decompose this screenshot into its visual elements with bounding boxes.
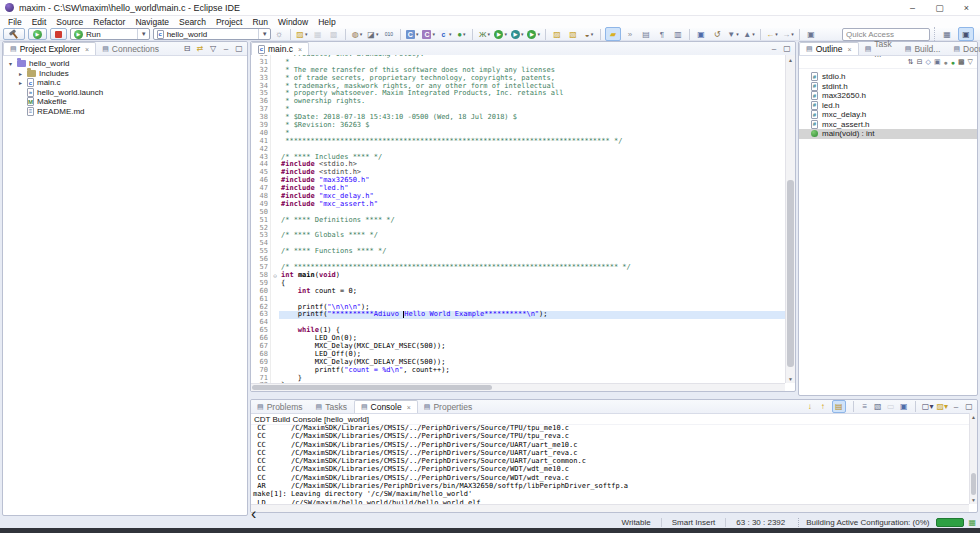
code-editor[interactable]: 30 * Products, Inc. Branding Policy.31 *… [251, 55, 785, 383]
mark-occurrences-icon[interactable]: ▰ [605, 27, 621, 41]
minimize-panel-icon[interactable]: – [221, 43, 231, 54]
hide-fields-icon[interactable]: ◇ [926, 58, 931, 66]
display-selected-console-icon[interactable]: ▢▾ [922, 401, 934, 412]
code-line[interactable]: 36 * ownership rights. [251, 98, 785, 106]
launch-config-combo[interactable]: c hello_world ▼ [153, 28, 271, 40]
pe-tab-project-explorer[interactable]: ▤Project Explorer× [3, 42, 96, 55]
pe-tab-connections[interactable]: ▤Connections [96, 42, 166, 55]
outline-tab-task-[interactable]: ▤Task ... [859, 42, 899, 55]
minimize-button[interactable]: – [899, 0, 926, 15]
link-with-editor-icon[interactable]: ⇄ [195, 43, 205, 54]
skip-breakpoints-icon[interactable]: ◍▾ [350, 28, 364, 40]
console-tab-console[interactable]: ▤Console× [354, 400, 418, 413]
view-menu-icon[interactable]: ▽ [208, 43, 218, 54]
code-line[interactable]: 71 } [251, 375, 785, 383]
code-line[interactable]: 63 printf("**********Adiuvo Hello World … [251, 311, 785, 319]
c-cpp-perspective-button[interactable]: ▣ [958, 27, 974, 41]
close-button[interactable]: × [953, 0, 980, 15]
new-c-file-icon[interactable]: c▾ [438, 28, 453, 40]
outline-item-main-void-int[interactable]: main(void) : int [799, 129, 977, 139]
word-wrap-icon[interactable]: ≡ [860, 401, 870, 412]
close-icon[interactable]: × [298, 46, 302, 53]
scroll-up-icon[interactable]: ▲ [970, 413, 977, 421]
console-horizontal-scrollbar[interactable]: ‹ › [251, 504, 969, 512]
open-console-icon[interactable]: ▨▾ [936, 401, 948, 412]
next-annotation-icon[interactable]: ▼▾ [726, 28, 740, 40]
show-whitespace-icon[interactable]: ¶ [655, 28, 669, 40]
tree-item-includes[interactable]: ▸Includes [3, 69, 247, 79]
maximize-panel-icon[interactable]: ▢ [782, 43, 792, 54]
progress-view-icon[interactable]: ▦ [968, 518, 976, 527]
open-type-icon[interactable]: ▨ [550, 28, 564, 40]
remove-launch-icon[interactable]: ▭ [886, 401, 896, 412]
next-error-icon[interactable]: ↓ [805, 401, 815, 412]
build-all-icon[interactable]: 010 [382, 28, 396, 40]
outline-item-mxc-delay-h[interactable]: #mxc_delay.h [799, 110, 977, 120]
debug-icon[interactable]: Ж▾ [477, 28, 491, 40]
code-wizard-icon[interactable]: ●▾ [454, 28, 468, 40]
outline-item-mxc-assert-h[interactable]: #mxc_assert.h [799, 120, 977, 130]
open-resource-icon[interactable]: ▧ [566, 28, 580, 40]
scrollbar-thumb[interactable] [971, 473, 976, 495]
expand-arrow-icon[interactable]: ▸ [17, 79, 24, 86]
pin-editor-icon[interactable]: ▣ [804, 28, 818, 40]
collapse-all-icon[interactable]: ⊟ [917, 58, 923, 66]
menu-source[interactable]: Source [51, 17, 88, 27]
menu-edit[interactable]: Edit [27, 17, 52, 27]
code-line[interactable]: 39 * $Revision: 36263 $ [251, 122, 785, 130]
new-cpp-class-icon[interactable]: C▾ [421, 28, 436, 40]
show-annotations-icon[interactable]: ▤ [639, 28, 653, 40]
editor-horizontal-scrollbar[interactable] [251, 383, 785, 391]
menu-help[interactable]: Help [313, 17, 340, 27]
hide-static-icon[interactable]: ▣ [934, 58, 941, 66]
menu-project[interactable]: Project [211, 17, 247, 27]
highlight-selection-icon[interactable]: ▣ [694, 28, 708, 40]
custom-filters-icon[interactable]: ▩ [958, 58, 965, 66]
profile-icon[interactable]: ▶▾ [510, 28, 525, 40]
menu-refactor[interactable]: Refactor [88, 17, 130, 27]
outline-item-max32650-h[interactable]: #max32650.h [799, 91, 977, 101]
tree-item-hello-world[interactable]: ▾hello_world [3, 59, 247, 69]
minimize-panel-icon[interactable]: – [769, 43, 779, 54]
forward-icon[interactable]: →▾ [781, 28, 795, 40]
close-icon[interactable]: × [848, 46, 852, 53]
outline-item-led-h[interactable]: #led.h [799, 101, 977, 111]
scroll-down-icon[interactable]: ▼ [786, 374, 795, 383]
save-all-icon[interactable]: ▩ [327, 28, 341, 40]
run-icon[interactable]: ▶▾ [493, 28, 508, 40]
open-perspective-button[interactable]: ▦ [940, 28, 954, 40]
menu-search[interactable]: Search [174, 17, 211, 27]
maximize-button[interactable]: ▢ [926, 0, 953, 15]
external-tools-icon[interactable]: ▶▾ [526, 28, 541, 40]
previous-error-icon[interactable]: ↑ [818, 401, 828, 412]
close-icon[interactable]: × [407, 404, 411, 411]
menu-navigate[interactable]: Navigate [130, 17, 174, 27]
scrollbar-thumb[interactable] [787, 180, 794, 367]
new-c-project-icon[interactable]: C▾ [405, 28, 420, 40]
code-line[interactable]: 60 int count = 0; [251, 288, 785, 296]
tree-item-makefile[interactable]: MMakefile [3, 97, 247, 107]
close-icon[interactable]: × [85, 46, 89, 53]
code-line[interactable]: 70 printf("count = %d\n", count++); [251, 367, 785, 375]
next-word-icon[interactable]: » [623, 28, 637, 40]
editor-tab-main-c[interactable]: cmain.c× [251, 42, 309, 55]
outline-tab-build-[interactable]: ▤Build... [899, 42, 948, 55]
console-tab-tasks[interactable]: ▤Tasks [310, 400, 354, 413]
new-dropdown-icon[interactable]: ▨▾ [295, 28, 309, 40]
menu-run[interactable]: Run [247, 17, 273, 27]
expand-arrow-icon[interactable]: ▾ [7, 60, 14, 67]
collapse-all-icon[interactable]: ⊟ [182, 43, 192, 54]
sort-icon[interactable]: ⇅ [908, 58, 914, 66]
save-icon[interactable]: ▦ [311, 28, 325, 40]
hide-non-public-icon[interactable]: ● [944, 59, 948, 66]
prev-annotation-icon[interactable]: ▲▾ [742, 28, 756, 40]
menu-file[interactable]: File [3, 17, 27, 27]
scrollbar-thumb[interactable] [252, 385, 492, 390]
link-with-editor-icon[interactable]: ● [951, 59, 955, 66]
outline-tab-outline[interactable]: ▤Outline× [799, 42, 859, 55]
launch-settings-gear-icon[interactable]: ☼ [275, 29, 283, 39]
code-line[interactable]: 41 *************************************… [251, 138, 785, 146]
console-output[interactable]: CC /C/MaximSDK/Libraries/CMSIS/../Periph… [251, 423, 969, 504]
code-line[interactable]: 53/* **** Globals **** */ [251, 232, 785, 240]
back-icon[interactable]: ←▾ [765, 28, 779, 40]
